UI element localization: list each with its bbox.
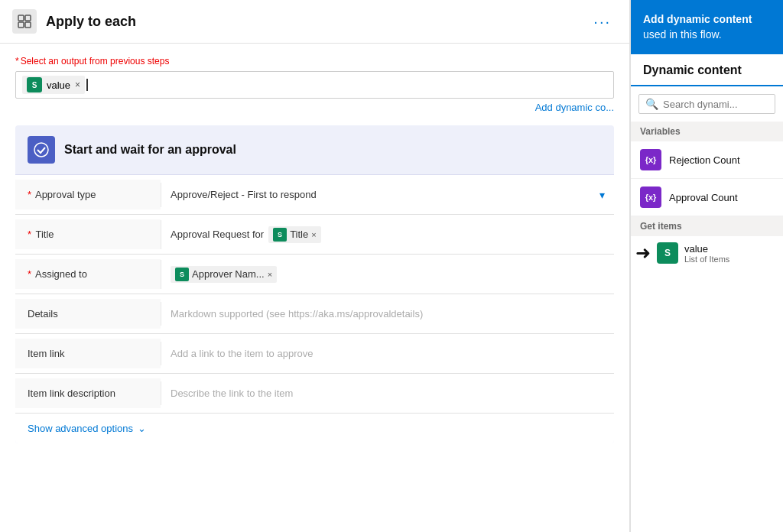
details-value[interactable]: Markdown supported (see https://aka.ms/a… xyxy=(161,302,614,326)
rejection-count-label: Rejection Count xyxy=(669,154,740,166)
form-row-title: * Title Approval Request for S Title × xyxy=(15,215,614,255)
assigned-to-value[interactable]: S Approver Nam... × xyxy=(161,260,614,289)
value-item-icon: S xyxy=(657,242,678,264)
item-link-desc-value[interactable]: Describe the link to the item xyxy=(161,381,614,405)
approval-count-item[interactable]: {x} Approval Count xyxy=(631,179,783,216)
assigned-chips: S Approver Nam... × xyxy=(171,266,605,283)
add-dynamic-content-link[interactable]: Add dynamic co... xyxy=(15,102,614,113)
left-panel: Apply to each ··· *Select an output from… xyxy=(0,0,630,532)
approval-type-label: * Approval type xyxy=(15,180,161,209)
arrow-right-icon: ➜ xyxy=(635,242,651,264)
header-left: Apply to each xyxy=(12,9,136,34)
chip-icon: S xyxy=(273,228,287,242)
assigned-chip-icon: S xyxy=(175,268,189,281)
svg-point-4 xyxy=(34,143,48,157)
header-bar: Apply to each ··· xyxy=(0,0,629,44)
tag-icon: S xyxy=(27,77,42,92)
right-panel-header: Add dynamic content used in this flow. xyxy=(631,0,783,54)
approval-type-dropdown[interactable]: Approve/Reject - First to respond ▾ xyxy=(171,189,605,201)
content-area: *Select an output from previous steps S … xyxy=(0,44,629,532)
form-row-approval-type: * Approval type Approve/Reject - First t… xyxy=(15,175,614,215)
form-row-item-link-desc: Item link description Describe the link … xyxy=(15,374,614,414)
select-label: *Select an output from previous steps xyxy=(15,56,614,66)
cursor-indicator xyxy=(86,79,88,91)
item-link-label: Item link xyxy=(15,339,161,368)
chevron-down-icon: ▾ xyxy=(599,189,605,201)
title-chip: S Title × xyxy=(268,226,321,243)
assigned-to-label: * Assigned to xyxy=(15,259,161,289)
form-row-assigned-to: * Assigned to S Approver Nam... × xyxy=(15,255,614,294)
variables-section-label: Variables xyxy=(631,122,783,141)
assigned-chip: S Approver Nam... × xyxy=(171,266,277,283)
output-input-box[interactable]: S value × xyxy=(15,71,614,99)
search-input[interactable] xyxy=(663,99,768,110)
item-link-desc-label: Item link description xyxy=(15,378,161,408)
form-row-item-link: Item link Add a link to the item to appr… xyxy=(15,334,614,374)
svg-rect-2 xyxy=(18,22,24,28)
assigned-chip-remove[interactable]: × xyxy=(268,270,272,279)
form-row-details: Details Markdown supported (see https://… xyxy=(15,294,614,334)
approval-header-icon xyxy=(28,136,55,164)
tag-remove-button[interactable]: × xyxy=(75,79,80,90)
value-tag: S value × xyxy=(22,76,85,94)
tag-label: value xyxy=(47,79,70,91)
item-link-value[interactable]: Add a link to the item to approve xyxy=(161,342,614,365)
right-panel: Add dynamic content used in this flow. D… xyxy=(630,0,783,532)
approval-type-value[interactable]: Approve/Reject - First to respond ▾ xyxy=(161,183,614,207)
svg-rect-0 xyxy=(18,15,24,21)
dynamic-content-title: Dynamic content xyxy=(631,54,783,86)
search-icon: 🔍 xyxy=(645,98,658,110)
svg-rect-1 xyxy=(25,15,31,21)
approval-block-title: Start and wait for an approval xyxy=(64,143,236,157)
dynamic-search-box[interactable]: 🔍 xyxy=(638,94,775,114)
title-chip-remove[interactable]: × xyxy=(311,230,316,239)
approval-block: Start and wait for an approval * Approva… xyxy=(15,125,614,443)
form-rows: * Approval type Approve/Reject - First t… xyxy=(15,175,614,414)
chevron-down-icon: ⌄ xyxy=(138,423,146,434)
apply-to-each-icon xyxy=(12,9,37,34)
title-label: * Title xyxy=(15,219,161,249)
details-label: Details xyxy=(15,299,161,329)
page-title: Apply to each xyxy=(46,14,136,30)
value-item-info: value List of Items xyxy=(684,243,729,264)
rejection-count-item[interactable]: {x} Rejection Count xyxy=(631,141,783,179)
rejection-count-icon: {x} xyxy=(640,149,661,170)
get-items-section-label: Get items xyxy=(631,216,783,236)
svg-rect-3 xyxy=(25,22,31,28)
value-item-row[interactable]: ➜ S value List of Items xyxy=(631,236,783,270)
show-advanced-options[interactable]: Show advanced options ⌄ xyxy=(15,414,614,443)
ellipsis-button[interactable]: ··· xyxy=(587,10,617,34)
approval-header: Start and wait for an approval xyxy=(15,125,614,175)
title-value[interactable]: Approval Request for S Title × xyxy=(161,220,614,249)
approval-count-label: Approval Count xyxy=(669,192,738,203)
title-chips: Approval Request for S Title × xyxy=(171,226,605,243)
approval-count-icon: {x} xyxy=(640,187,661,208)
